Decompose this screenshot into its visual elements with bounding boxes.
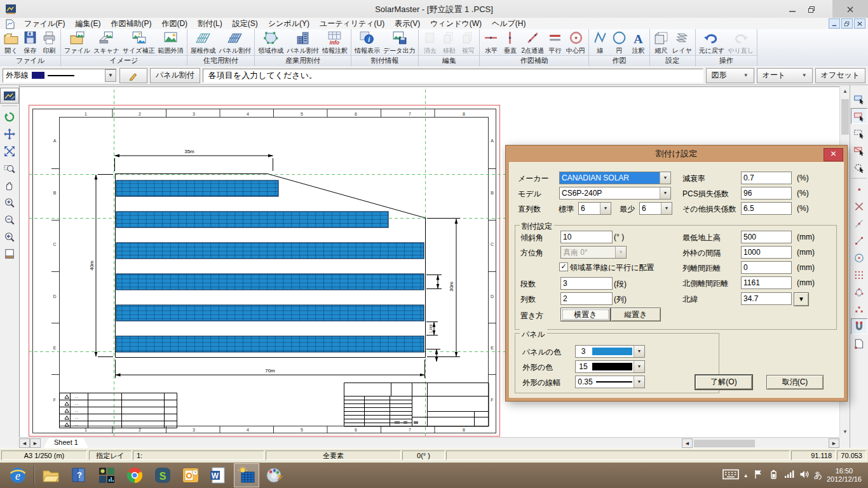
horizontal-scroll-thumb[interactable] — [694, 440, 755, 447]
taskbar-word-button[interactable]: W — [206, 463, 231, 487]
pan-hand-button[interactable] — [1, 177, 18, 193]
menu-item-2[interactable]: 作図補助(P) — [105, 18, 156, 30]
panel-array-band[interactable] — [116, 180, 278, 196]
mdi-minimize-button[interactable] — [829, 18, 840, 29]
toolbar-button-infoview[interactable]: i情報表示 — [353, 30, 381, 55]
outline-color-combo[interactable]: 15▼ — [575, 360, 645, 373]
tilt-input[interactable]: 10 — [560, 231, 613, 243]
image-tool-button[interactable] — [0, 88, 19, 104]
steps-input[interactable]: 3 — [560, 277, 613, 290]
dialog-title[interactable]: 割付け設定 — [506, 146, 847, 162]
menu-item-5[interactable]: 設定(S) — [227, 18, 263, 30]
zoom-in-button[interactable] — [1, 194, 18, 210]
panel-assign-button[interactable]: パネル割付 — [150, 68, 200, 83]
scroll-up-icon[interactable]: ▲ — [840, 86, 850, 97]
status-element-filter[interactable]: 全要素 — [266, 451, 401, 460]
snap-polygon-button[interactable] — [851, 284, 867, 300]
ok-button[interactable]: 了解(O) — [695, 375, 752, 390]
toolbar-button-scaleic[interactable]: 縮尺 — [652, 30, 670, 55]
restore-button[interactable] — [802, 0, 821, 18]
parallel-checkbox[interactable]: ✓ — [559, 262, 568, 271]
toolbar-button-roofpanel[interactable]: パネル割付 — [218, 30, 253, 55]
taskbar-paint-button[interactable] — [262, 463, 287, 487]
edit-style-button[interactable] — [119, 68, 147, 83]
menu-item-0[interactable]: ファイル(F) — [19, 18, 70, 30]
network-signal-icon[interactable] — [783, 469, 794, 482]
toolbar-button-roof[interactable]: 屋根作成 — [189, 30, 217, 55]
menu-item-7[interactable]: ユーティリティ(U) — [315, 18, 390, 30]
series-std-combo[interactable]: 6▼ — [578, 202, 611, 215]
menu-item-10[interactable]: ヘルプ(H) — [487, 18, 531, 30]
tab-next-button[interactable]: ▶ — [30, 438, 41, 448]
row-gap-input[interactable]: 0 — [741, 261, 792, 274]
shape-mode-combo[interactable]: 図形▼ — [706, 68, 754, 83]
north-gap-input[interactable]: 1161 — [741, 276, 792, 289]
toolbar-button-imgerase[interactable]: 範囲外消 — [157, 30, 185, 55]
taskbar-desktop-gadget-button[interactable] — [94, 463, 119, 487]
portrait-button[interactable]: 縦置き — [611, 308, 661, 322]
toolbar-button-lineN[interactable]: 線 — [591, 30, 609, 55]
panel-array-band[interactable] — [116, 336, 424, 352]
ime-indicator[interactable]: あ — [814, 470, 822, 481]
panel-color-combo[interactable]: 3▼ — [575, 345, 645, 358]
toolbar-button-hline[interactable]: 水平 — [482, 30, 500, 55]
zoom-out-button[interactable] — [1, 212, 18, 227]
select-rect-button[interactable] — [851, 91, 867, 107]
taskbar-solarmaster-button[interactable] — [234, 463, 259, 487]
taskbar-help-book-button[interactable]: ? — [66, 463, 92, 487]
toolbar-button-dataout[interactable]: データ出力 — [382, 30, 416, 55]
snap-free-button[interactable] — [851, 336, 867, 351]
minimize-button[interactable] — [783, 0, 802, 18]
snap-grid-button[interactable] — [851, 267, 867, 283]
vertical-scroll-thumb[interactable] — [841, 99, 849, 135]
power-icon[interactable] — [768, 469, 779, 482]
toolbar-button-circ[interactable]: 円 — [610, 30, 628, 55]
taskbar-skype-button[interactable]: S — [150, 463, 175, 487]
taskbar-file-explorer-button[interactable] — [38, 463, 64, 487]
zoom-extents-button[interactable] — [1, 143, 18, 159]
maker-combo[interactable]: CANADIAN SOLAR▼ — [559, 172, 671, 184]
toolbar-button-undo[interactable]: 元に戻す — [698, 30, 726, 55]
series-min-combo[interactable]: 6▼ — [639, 202, 672, 215]
volume-icon[interactable] — [799, 469, 810, 482]
toolbar-button-line2[interactable]: 2点通過 — [520, 30, 545, 55]
toolbar-button-print[interactable]: 印刷 — [40, 30, 58, 55]
menu-item-9[interactable]: ウィンドウ(W) — [425, 18, 487, 30]
line-type-dropdown-icon[interactable]: ▼ — [105, 69, 116, 82]
model-combo[interactable]: CS6P-240P▼ — [559, 187, 671, 200]
menu-item-8[interactable]: 表示(V) — [390, 18, 425, 30]
mdi-restore-button[interactable] — [841, 18, 853, 29]
toolbar-button-vline[interactable]: 垂直 — [501, 30, 519, 55]
toolbar-button-imgfix[interactable]: サイズ補正 — [121, 30, 156, 55]
snap-center-button[interactable] — [851, 250, 867, 266]
menu-item-4[interactable]: 割付(L) — [193, 18, 227, 30]
select-rect-red-button[interactable] — [851, 108, 867, 124]
toolbar-button-bldg[interactable]: パネル割付 — [285, 30, 320, 55]
close-button[interactable] — [832, 0, 868, 18]
snap-on-line-button[interactable] — [851, 215, 867, 231]
panel-array-band[interactable] — [116, 212, 388, 227]
select-dashed-button[interactable] — [851, 125, 867, 141]
snap-magnet-button[interactable] — [851, 318, 867, 334]
taskbar-outlook-button[interactable]: O — [178, 463, 203, 487]
latitude-input[interactable]: 34.7 — [741, 292, 792, 305]
outline-width-combo[interactable]: 0.35▼ — [575, 376, 645, 388]
auto-mode-combo[interactable]: オート▼ — [757, 68, 813, 83]
tray-expand-icon[interactable]: ▲ — [743, 473, 749, 478]
toolbar-button-infonote[interactable]: Info情報注釈 — [321, 30, 349, 55]
menu-item-1[interactable]: 編集(E) — [70, 18, 105, 30]
offset-button[interactable]: オフセット — [815, 68, 865, 83]
scroll-down-icon[interactable]: ▼ — [840, 427, 850, 437]
panel-array-band[interactable] — [116, 305, 424, 321]
panel-array-band[interactable] — [116, 243, 424, 259]
toolbar-button-annoA[interactable]: A注釈 — [629, 30, 648, 55]
pcs-loss-input[interactable]: 96 — [741, 187, 792, 200]
tab-prev-button[interactable]: ◀ — [19, 438, 30, 448]
snap-segment-button[interactable] — [851, 233, 867, 248]
line-type-combo[interactable]: 外形線 ▼ — [3, 69, 117, 83]
scroll-right-icon[interactable]: ▶ — [829, 438, 839, 448]
menu-item-6[interactable]: シンボル(Y) — [263, 18, 315, 30]
landscape-button[interactable]: 横置き — [560, 308, 611, 322]
toolbar-button-ccirc[interactable]: 中心円 — [565, 30, 587, 55]
menu-item-3[interactable]: 作図(D) — [156, 18, 193, 30]
